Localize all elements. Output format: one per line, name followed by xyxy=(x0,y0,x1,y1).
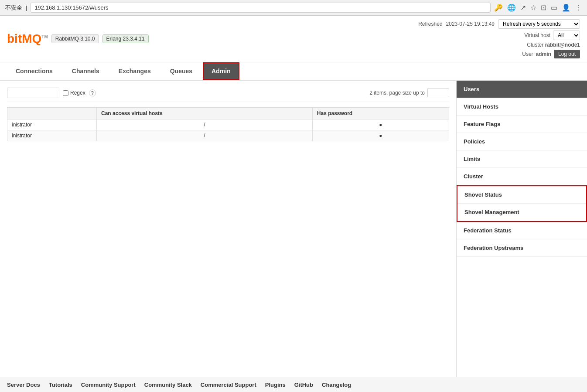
sidebar-item-policies[interactable]: Policies xyxy=(457,133,587,150)
regex-text: Regex xyxy=(70,90,85,96)
footer-community-slack[interactable]: Community Slack xyxy=(144,382,192,388)
insecure-label: 不安全 xyxy=(5,4,22,12)
refreshed-time: 2023-07-25 19:13:49 xyxy=(446,21,495,27)
sidebar-item-feature-flags[interactable]: Feature Flags xyxy=(457,116,587,133)
content-area: Regex ? 2 items, page size up to 100 Can… xyxy=(0,81,456,377)
nav-bar: Connections Channels Exchanges Queues Ad… xyxy=(0,62,587,81)
table-row[interactable]: inistrator / ● xyxy=(7,130,449,141)
logo-prefix: bit xyxy=(7,32,22,45)
logo-mq: MQ xyxy=(22,32,41,45)
regex-checkbox[interactable] xyxy=(63,90,68,96)
regex-label[interactable]: Regex xyxy=(63,90,85,96)
nav-item-queues[interactable]: Queues xyxy=(161,62,201,80)
rabbitmq-version-badge: RabbitMQ 3.10.0 xyxy=(51,34,99,43)
nav-item-exchanges[interactable]: Exchanges xyxy=(110,62,160,80)
nav-item-channels[interactable]: Channels xyxy=(63,62,108,80)
user-vhosts-1: / xyxy=(97,119,313,130)
separator: | xyxy=(26,4,27,11)
profile-icon[interactable]: 👤 xyxy=(562,3,570,12)
footer-server-docs[interactable]: Server Docs xyxy=(7,382,40,388)
footer-plugins[interactable]: Plugins xyxy=(265,382,286,388)
sidebar-item-cluster[interactable]: Cluster xyxy=(457,168,587,185)
filter-input[interactable] xyxy=(7,88,59,98)
shovel-group: Shovel Status Shovel Management xyxy=(457,185,587,222)
vhost-label: Virtual host xyxy=(524,32,550,38)
nav-item-admin[interactable]: Admin xyxy=(203,62,239,80)
translate-icon: 🌐 xyxy=(507,3,516,12)
users-table: Can access virtual hosts Has password in… xyxy=(7,107,449,141)
filter-row: Regex ? 2 items, page size up to 100 xyxy=(7,88,449,102)
user-password-2: ● xyxy=(312,130,449,141)
rmq-logo: bitMQTM RabbitMQ 3.10.0 Erlang 23.3.4.11 xyxy=(7,32,149,46)
sidebar-item-limits[interactable]: Limits xyxy=(457,150,587,168)
vhost-row: Virtual host All / xyxy=(418,31,580,40)
refresh-row: Refreshed 2023-07-25 19:13:49 Refresh ev… xyxy=(418,19,580,29)
refreshed-label: Refreshed xyxy=(418,21,442,27)
main-layout: Regex ? 2 items, page size up to 100 Can… xyxy=(0,81,587,377)
user-label: User xyxy=(522,51,533,57)
user-row: User admin Log out xyxy=(418,50,580,58)
page-size-input[interactable]: 100 xyxy=(427,89,449,97)
footer-github[interactable]: GitHub xyxy=(294,382,313,388)
tab-icon: ⊡ xyxy=(541,3,546,12)
nav-item-connections[interactable]: Connections xyxy=(7,62,61,80)
sidebar-item-shovel-status[interactable]: Shovel Status xyxy=(457,186,586,203)
user-name-2: inistrator xyxy=(7,130,97,141)
rmq-header-right: Refreshed 2023-07-25 19:13:49 Refresh ev… xyxy=(418,19,580,58)
logout-button[interactable]: Log out xyxy=(554,50,580,58)
help-symbol[interactable]: ? xyxy=(89,89,96,96)
cluster-value: rabbit@node1 xyxy=(545,42,580,48)
pagination-info: 2 items, page size up to 100 xyxy=(369,89,449,97)
vhost-select[interactable]: All / xyxy=(553,31,580,40)
rmq-header: bitMQTM RabbitMQ 3.10.0 Erlang 23.3.4.11… xyxy=(0,16,587,62)
sidebar-item-virtual-hosts[interactable]: Virtual Hosts xyxy=(457,98,587,116)
footer-changelog[interactable]: Changelog xyxy=(322,382,351,388)
right-sidebar: Users Virtual Hosts Feature Flags Polici… xyxy=(456,81,587,377)
user-password-1: ● xyxy=(312,119,449,130)
table-row[interactable]: inistrator / ● xyxy=(7,119,449,130)
refresh-select[interactable]: Refresh every 5 seconds Refresh every 10… xyxy=(498,19,580,29)
user-vhosts-2: / xyxy=(97,130,313,141)
logo-text: bitMQTM xyxy=(7,32,48,46)
col-vhosts: Can access virtual hosts xyxy=(97,108,313,119)
window-icon: ▭ xyxy=(551,3,557,12)
cluster-label: Cluster xyxy=(527,42,543,48)
url-bar[interactable]: 192.168.1.130:15672/#/users xyxy=(31,3,491,13)
menu-icon[interactable]: ⋮ xyxy=(575,3,582,12)
footer-tutorials[interactable]: Tutorials xyxy=(49,382,72,388)
col-password: Has password xyxy=(312,108,449,119)
cluster-row: Cluster rabbit@node1 xyxy=(418,42,580,48)
browser-bar: 不安全 | 192.168.1.130:15672/#/users 🔑 🌐 ↗ … xyxy=(0,0,587,16)
logo-tm: TM xyxy=(41,34,48,39)
share-icon: ↗ xyxy=(520,3,526,12)
col-name xyxy=(7,108,97,119)
star-icon[interactable]: ☆ xyxy=(530,3,536,12)
user-value: admin xyxy=(536,51,551,57)
browser-icons: 🔑 🌐 ↗ ☆ ⊡ ▭ 👤 ⋮ xyxy=(494,3,582,12)
sidebar-item-federation-status[interactable]: Federation Status xyxy=(457,222,587,239)
key-icon: 🔑 xyxy=(494,3,503,12)
sidebar-item-users[interactable]: Users xyxy=(457,81,587,98)
footer-community-support[interactable]: Community Support xyxy=(81,382,136,388)
pagination-text: 2 items, page size up to xyxy=(369,90,425,96)
user-name-1: inistrator xyxy=(7,119,97,130)
sidebar-item-shovel-management[interactable]: Shovel Management xyxy=(457,203,586,221)
footer-commercial-support[interactable]: Commercial Support xyxy=(201,382,256,388)
sidebar-item-federation-upstreams[interactable]: Federation Upstreams xyxy=(457,239,587,257)
footer: Server Docs Tutorials Community Support … xyxy=(0,377,587,392)
erlang-version-badge: Erlang 23.3.4.11 xyxy=(102,34,149,43)
